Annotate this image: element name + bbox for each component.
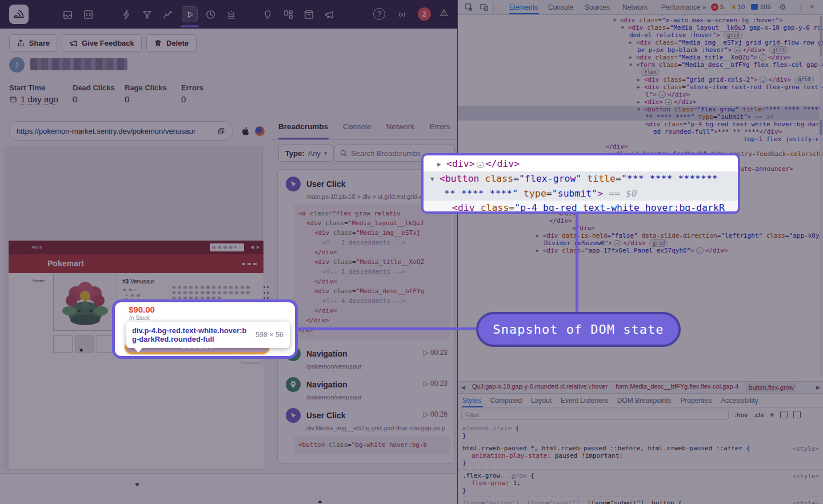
stats-icon[interactable] [161, 8, 174, 21]
devtools-tab-performance[interactable]: Performance [661, 3, 701, 11]
tab-breadcrumbs[interactable]: Breadcrumbs [278, 122, 328, 139]
devtools-tab-network[interactable]: Network [622, 3, 648, 11]
code-row[interactable]: <div class="Media_title__XoQZ [298, 257, 446, 267]
css-rule[interactable]: element.style {} [458, 422, 823, 442]
code-row[interactable]: } [462, 459, 819, 467]
devtools-tab-elements[interactable]: Elements [509, 3, 538, 11]
cls-toggle[interactable]: .cls [753, 411, 764, 418]
code-row[interactable]: ▶<div>…</div> [424, 157, 738, 171]
styles-tab-accessibility[interactable]: Accessibility [721, 397, 758, 407]
code-row[interactable]: <!-- 1 descendents --> [298, 238, 446, 247]
styles-tab-event-listeners[interactable]: Event Listeners [561, 397, 608, 407]
replays-icon[interactable] [182, 6, 198, 22]
code-row[interactable]: ▶<div class="store-item text-red flex-gr… [458, 83, 823, 91]
grid-adorner-badge[interactable]: grid [769, 46, 788, 54]
code-row[interactable]: flex-grow: 1; [462, 479, 819, 487]
dashboards-icon[interactable] [282, 8, 294, 21]
page-brand[interactable]: Pokemart [47, 259, 84, 268]
code-row[interactable]: top-1 flex justify-cen [458, 135, 823, 143]
code-row[interactable]: <div class="Media_layout__lkQuJ [298, 218, 446, 228]
dom-breadcrumb[interactable]: button.flex-grow [746, 383, 796, 392]
code-row[interactable]: <!-- 4 descendents --> [298, 296, 446, 306]
code-row[interactable]: <div class="p-4 bg-red text-white hover:… [458, 121, 823, 128]
close-devtools-icon[interactable]: × [810, 2, 814, 11]
sentry-logo[interactable] [9, 5, 29, 24]
code-row[interactable]: <!-- 1 descendents --> [298, 267, 446, 277]
collapse-arrow-icon[interactable]: ▶ [536, 233, 543, 238]
code-row[interactable]: [type="button"], [type="reset"], [type="… [462, 499, 819, 504]
code-row[interactable]: </div> [458, 217, 823, 225]
code-row[interactable]: element.style { [462, 425, 819, 432]
tab-network[interactable]: Network [386, 122, 415, 139]
broadcast-icon[interactable] [395, 8, 408, 21]
expand-arrow-icon[interactable]: ▼ [430, 172, 440, 186]
warning-count[interactable]: 10 [738, 3, 745, 10]
code-row[interactable]: ded-xl relative :hover">grid [458, 31, 823, 39]
page-about-link[interactable]: About [31, 245, 42, 249]
console-errors-icon[interactable]: ✕ [711, 3, 718, 11]
grid-adorner-badge[interactable]: grid [794, 76, 814, 83]
code-row[interactable]: ed rounded-full">*** ** ****</div> [458, 128, 823, 135]
grid-adorner-badge[interactable]: grid [724, 31, 743, 39]
dom-breadcrumb[interactable]: form.Media_desc__bfFYg.flex.flex-col.gap… [616, 383, 738, 392]
console-messages-icon[interactable] [751, 4, 758, 10]
code-row[interactable]: ▶<div data-is-held="false" data-slide-di… [458, 232, 823, 239]
code-row[interactable]: <button class="bg-white hover:bg-b [298, 440, 446, 450]
code-row[interactable]: ▼<div class="m-auto max-w-screen-lg :hov… [458, 17, 823, 24]
collapse-arrow-icon[interactable]: ▶ [536, 248, 543, 253]
code-row[interactable]: flex [458, 69, 823, 76]
dom-breadcrumb[interactable]: QuJ.gap-x-10.gap-y-6.rounded-xl.relative… [472, 383, 608, 392]
styles-tab-properties[interactable]: Properties [681, 397, 712, 407]
code-row[interactable]: ▶<div class="Media_img__eSTxj grid grid-… [458, 39, 823, 46]
collapse-arrow-icon[interactable]: ▶ [637, 99, 644, 105]
code-row[interactable]: ** **** ****" type="submit"> == $0 [424, 186, 738, 201]
styles-tab-styles[interactable]: Styles [462, 397, 481, 407]
devtools-tab-sources[interactable]: Sources [585, 3, 610, 11]
crons-icon[interactable] [204, 8, 217, 21]
event-user-click-2[interactable]: User Click div.Media_img__eSTxj.grid.gri… [278, 408, 454, 454]
crumb-scroll-right-icon[interactable]: ▶ [816, 385, 820, 390]
stylesheet-link[interactable]: <style> [793, 500, 819, 504]
projects-icon[interactable] [82, 8, 94, 21]
message-count[interactable]: 105 [760, 3, 770, 10]
whats-new-icon[interactable] [323, 8, 335, 21]
code-row[interactable]: px p-px bg-black :hover">…</div>grid [458, 46, 823, 54]
give-feedback-button[interactable]: Give Feedback [62, 34, 142, 52]
expand-arrow-icon[interactable]: ▼ [613, 18, 620, 23]
console-warnings-icon[interactable]: ▲ [730, 2, 737, 10]
devtools-scrollbar[interactable] [820, 16, 822, 376]
code-row[interactable]: Divider ee5ezew0">…</div>grid [458, 239, 823, 247]
event-timestamp[interactable]: ▷ 00:23 [423, 349, 448, 357]
code-row[interactable]: animation-play-state: paused !important; [462, 452, 819, 459]
collapsed-children-icon[interactable]: … [759, 54, 766, 61]
code-row[interactable]: ▼<form class="Media_desc__bfFYg flex fle… [458, 61, 823, 69]
code-row[interactable]: ▼<div class="Media_layout__lkQuJ gap-x-1… [458, 24, 823, 31]
hov-toggle[interactable]: :hov [734, 411, 748, 418]
code-row[interactable]: </div> [298, 277, 446, 286]
code-row[interactable]: </div> [298, 315, 446, 325]
issues-icon[interactable] [61, 8, 74, 21]
code-row[interactable]: <div class="Media_img__eSTxj [298, 228, 446, 238]
css-rule[interactable]: [type="button"], [type="reset"], [type="… [458, 497, 823, 504]
collapse-arrow-icon[interactable]: ▶ [629, 55, 636, 60]
stylesheet-link[interactable]: <style> [793, 473, 819, 480]
expand-arrow-icon[interactable]: ▼ [629, 62, 636, 67]
avatar[interactable]: 1 [9, 57, 25, 73]
code-row[interactable]: </div> [298, 247, 446, 257]
devtools-tab-[interactable]: » [702, 3, 706, 11]
devtools-tab-console[interactable]: Console [548, 3, 573, 11]
collapse-arrow-icon[interactable]: ▶ [637, 85, 644, 90]
tab-console[interactable]: Console [343, 122, 371, 139]
styles-tab-dom-breakpoints[interactable]: DOM Breakpoints [617, 397, 672, 407]
stylesheet-link[interactable]: <style> [793, 445, 819, 453]
inspect-element-icon[interactable] [465, 3, 474, 12]
expand-arrow-icon[interactable]: ▼ [621, 25, 628, 30]
collapsed-children-icon[interactable]: … [734, 47, 741, 53]
delete-button[interactable]: Delete [146, 34, 197, 52]
funnel-icon[interactable] [141, 8, 153, 21]
archive-icon[interactable] [302, 8, 315, 21]
styles-filter-input[interactable] [461, 410, 729, 420]
tab-errors[interactable]: Errors [429, 122, 450, 139]
devtools-settings-icon[interactable]: ⚙ [779, 2, 786, 11]
collapse-arrow-icon[interactable]: ▶ [437, 157, 446, 171]
